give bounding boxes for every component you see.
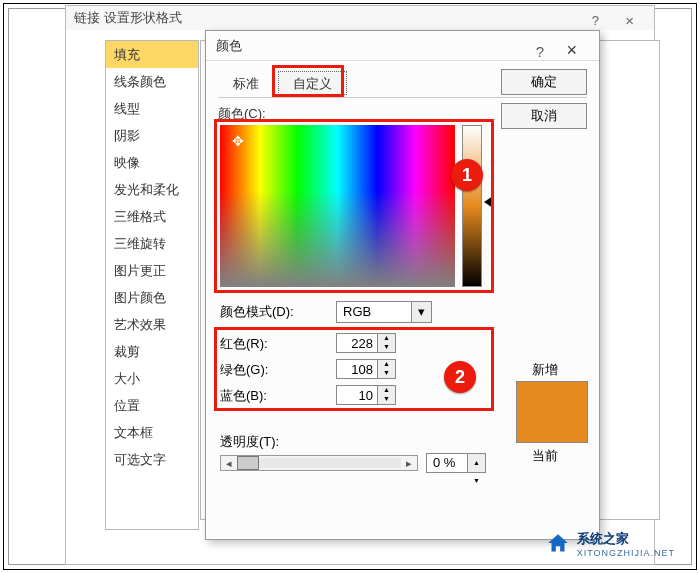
color-dialog-title: 颜色 bbox=[216, 38, 242, 53]
sidebar-item-label: 裁剪 bbox=[114, 344, 140, 359]
color-swatch bbox=[516, 381, 588, 443]
spin-down-icon[interactable]: ▼ bbox=[378, 395, 395, 404]
sidebar-item-artistic[interactable]: 艺术效果 bbox=[106, 311, 198, 338]
sidebar-item-fill[interactable]: 填充 bbox=[106, 41, 198, 68]
new-color-label: 新增 bbox=[532, 361, 558, 379]
sidebar-item-picture-correct[interactable]: 图片更正 bbox=[106, 257, 198, 284]
sidebar-item-glow[interactable]: 发光和柔化 bbox=[106, 176, 198, 203]
sidebar-item-label: 文本框 bbox=[114, 425, 153, 440]
sidebar-item-label: 可选文字 bbox=[114, 452, 166, 467]
spin-up-icon[interactable]: ▲ bbox=[468, 454, 485, 472]
color-tabs: 标准 自定义 bbox=[218, 71, 351, 95]
sidebar-item-label: 填充 bbox=[114, 47, 140, 62]
sidebar-item-label: 发光和柔化 bbox=[114, 182, 179, 197]
transparency-value-text: 0 % bbox=[433, 455, 455, 470]
sidebar-item-line-color[interactable]: 线条颜色 bbox=[106, 68, 198, 95]
luminance-strip[interactable] bbox=[462, 125, 482, 287]
color-spectrum[interactable]: ✥ bbox=[220, 125, 455, 287]
green-label: 绿色(G): bbox=[220, 359, 268, 381]
annotation-badge-2: 2 bbox=[444, 361, 476, 393]
spin-up-icon[interactable]: ▲ bbox=[378, 386, 395, 395]
blue-spinner[interactable]: ▲▼ bbox=[336, 385, 396, 405]
sidebar-item-label: 位置 bbox=[114, 398, 140, 413]
sidebar-item-picture-color[interactable]: 图片颜色 bbox=[106, 284, 198, 311]
sidebar-item-3d-format[interactable]: 三维格式 bbox=[106, 203, 198, 230]
color-dialog: 颜色 ? × 标准 自定义 确定 取消 颜色(C): ✥ 1 颜色模式(D): … bbox=[205, 30, 600, 540]
transparency-slider[interactable]: ◂ ▸ bbox=[220, 455, 418, 471]
tab-standard[interactable]: 标准 bbox=[218, 71, 274, 95]
arrow-right-icon[interactable]: ▸ bbox=[401, 457, 417, 470]
luminance-arrow-icon[interactable] bbox=[484, 196, 493, 208]
divider bbox=[218, 97, 587, 98]
sidebar-item-label: 艺术效果 bbox=[114, 317, 166, 332]
spin-up-icon[interactable]: ▲ bbox=[378, 334, 395, 343]
watermark-url: XITONGZHIJIA.NET bbox=[577, 548, 675, 558]
sidebar-item-label: 三维旋转 bbox=[114, 236, 166, 251]
sidebar-item-label: 线条颜色 bbox=[114, 74, 166, 89]
close-icon[interactable]: × bbox=[566, 35, 577, 65]
color-dialog-header: 颜色 ? × bbox=[206, 31, 599, 61]
tab-custom[interactable]: 自定义 bbox=[278, 71, 347, 95]
red-spinner[interactable]: ▲▼ bbox=[336, 333, 396, 353]
sidebar-item-size[interactable]: 大小 bbox=[106, 365, 198, 392]
watermark: 系统之家 XITONGZHIJIA.NET bbox=[545, 530, 675, 558]
format-sidebar: 填充 线条颜色 线型 阴影 映像 发光和柔化 三维格式 三维旋转 图片更正 图片… bbox=[105, 40, 199, 530]
sidebar-item-crop[interactable]: 裁剪 bbox=[106, 338, 198, 365]
sidebar-item-3d-rotation[interactable]: 三维旋转 bbox=[106, 230, 198, 257]
color-mode-label: 颜色模式(D): bbox=[220, 303, 294, 321]
sidebar-item-label: 大小 bbox=[114, 371, 140, 386]
arrow-left-icon[interactable]: ◂ bbox=[221, 457, 237, 470]
sidebar-item-line-style[interactable]: 线型 bbox=[106, 95, 198, 122]
close-icon[interactable]: × bbox=[625, 9, 634, 33]
format-dialog-title: 链接 设置形状格式 ? × bbox=[66, 6, 654, 30]
slider-thumb[interactable] bbox=[237, 456, 259, 470]
sidebar-item-textbox[interactable]: 文本框 bbox=[106, 419, 198, 446]
sidebar-item-position[interactable]: 位置 bbox=[106, 392, 198, 419]
transparency-value[interactable]: 0 % ▲▼ bbox=[426, 453, 486, 473]
spin-down-icon[interactable]: ▼ bbox=[468, 472, 485, 490]
sidebar-item-reflection[interactable]: 映像 bbox=[106, 149, 198, 176]
color-mode-select[interactable]: RGB ▾ bbox=[336, 301, 432, 323]
watermark-name: 系统之家 bbox=[577, 531, 629, 546]
house-icon bbox=[545, 531, 571, 557]
green-spinner[interactable]: ▲▼ bbox=[336, 359, 396, 379]
sidebar-item-label: 映像 bbox=[114, 155, 140, 170]
sidebar-item-shadow[interactable]: 阴影 bbox=[106, 122, 198, 149]
ok-button[interactable]: 确定 bbox=[501, 69, 587, 95]
spin-down-icon[interactable]: ▼ bbox=[378, 369, 395, 378]
red-input[interactable] bbox=[337, 334, 377, 352]
transparency-label: 透明度(T): bbox=[220, 433, 279, 451]
format-dialog-title-text: 链接 设置形状格式 bbox=[74, 10, 182, 25]
sidebar-item-label: 阴影 bbox=[114, 128, 140, 143]
green-input[interactable] bbox=[337, 360, 377, 378]
blue-input[interactable] bbox=[337, 386, 377, 404]
colors-label: 颜色(C): bbox=[218, 105, 266, 123]
red-label: 红色(R): bbox=[220, 333, 268, 355]
crosshair-icon: ✥ bbox=[232, 133, 244, 149]
spin-up-icon[interactable]: ▲ bbox=[378, 360, 395, 369]
sidebar-item-label: 三维格式 bbox=[114, 209, 166, 224]
sidebar-item-label: 图片颜色 bbox=[114, 290, 166, 305]
sidebar-item-label: 线型 bbox=[114, 101, 140, 116]
sidebar-item-alt-text[interactable]: 可选文字 bbox=[106, 446, 198, 473]
cancel-button[interactable]: 取消 bbox=[501, 103, 587, 129]
annotation-badge-1: 1 bbox=[451, 159, 483, 191]
help-icon[interactable]: ? bbox=[536, 37, 544, 67]
current-color-label: 当前 bbox=[532, 447, 558, 465]
blue-label: 蓝色(B): bbox=[220, 385, 267, 407]
color-mode-value: RGB bbox=[343, 304, 371, 319]
chevron-down-icon: ▾ bbox=[411, 302, 431, 322]
spin-down-icon[interactable]: ▼ bbox=[378, 343, 395, 352]
sidebar-item-label: 图片更正 bbox=[114, 263, 166, 278]
